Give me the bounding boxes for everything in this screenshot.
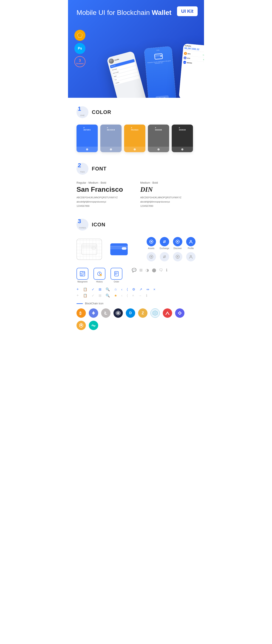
info-icon-gray: ℹ <box>146 294 147 298</box>
plus-icon: + <box>76 287 79 292</box>
history-label: History <box>96 280 103 283</box>
font-section-number: 2 TWO <box>76 163 88 175</box>
check-icon-gray: ✓ <box>92 294 94 298</box>
svg-rect-29 <box>114 272 118 276</box>
svg-point-34 <box>115 273 116 274</box>
export-icon: ↗ <box>140 287 142 292</box>
font-sf-upper: ABCDEFGHIJKLMNOPQRSTUVWXYZ <box>76 196 132 200</box>
star-icon: ☆ <box>114 287 117 292</box>
document-edit-icon-gray: 📋 <box>83 294 87 298</box>
info-icon: ℹ <box>166 268 168 272</box>
qr-icon-gray: ⊞ <box>98 294 101 298</box>
blockchain-label: BlockChain Icon <box>85 302 104 305</box>
utility-icons-row-1: 💬 ⊞ ◑ ⬤ 🗨 ℹ <box>132 268 168 272</box>
chainlink-icon <box>76 321 86 330</box>
plus-icon-gray: + <box>76 293 79 298</box>
x-icon-gray: × <box>132 294 134 298</box>
svg-point-28 <box>100 274 102 276</box>
chevron-left-icon-gray: ‹ <box>121 294 122 298</box>
color-card-gray: #666666 <box>148 124 169 152</box>
phone-3: myWallet $6,297,502.12 ₿ BTC 738-2003 Ξ … <box>179 43 204 98</box>
ps-badge: Ps <box>74 43 86 54</box>
circle-icon: ⬤ <box>152 268 156 272</box>
icon-management-row: Mangment History <box>76 268 196 283</box>
exchange-nav-icon-gray <box>160 252 169 262</box>
color-card-orange: #F5A623 <box>124 124 145 152</box>
exchange-label: Exchange <box>160 247 169 250</box>
profile-nav-icon-gray <box>186 252 196 262</box>
zcash-icon: Z <box>138 308 148 318</box>
management-icon: Mangment <box>76 268 88 283</box>
font-sf-name: San Francisco <box>76 186 132 194</box>
moon-icon: ◑ <box>146 268 149 272</box>
blockchain-line <box>76 303 83 304</box>
font-sf-nums: 1234567890 <box>76 204 132 208</box>
order-label: Order <box>114 280 119 283</box>
screens-badge: 3 Screens <box>74 56 86 67</box>
svg-text:₿: ₿ <box>80 311 82 316</box>
font-din-style: Medium · Bold <box>140 181 196 184</box>
wallet-colored-icon <box>106 239 132 260</box>
sketch-badge <box>74 30 86 41</box>
small-icons-row-1: + 📋 ✓ ⊞ 🔍 ☆ ‹ ⟨ ⚙ ↗ ⇔ × <box>76 287 196 292</box>
nav-icons-row-2 <box>146 252 196 262</box>
font-grid: Regular · Medium · Bold San Francisco AB… <box>76 181 196 208</box>
icon-section-number: 3 THREE <box>76 219 88 230</box>
chevron-left-icon: ‹ <box>121 288 122 292</box>
document-edit-icon: 📋 <box>83 287 87 292</box>
order-icon: Order <box>110 268 122 283</box>
font-section: 2 TWO FONT Regular · Medium · Bold San F… <box>76 163 196 208</box>
color-card-gray-blue: #8DA0C8 <box>100 124 122 152</box>
main-content: 1 ONE COLOR #3574FA #8DA0C8 #F5A623 #666… <box>68 98 204 349</box>
phone-1: Profile Mainnet Message Red Cattle Night… <box>106 51 148 98</box>
svg-marker-50 <box>80 324 82 326</box>
hero-section: Mobile UI for Blockchain Wallet UI Kit P… <box>68 0 204 98</box>
profile-nav-icon: Profile <box>186 237 196 250</box>
search-icon-gray: 🔍 <box>106 294 110 298</box>
svg-point-35 <box>115 274 116 275</box>
search-icon: 🔍 <box>106 287 110 292</box>
arrow-icon-gray: → <box>138 294 142 298</box>
font-section-header: 2 TWO FONT <box>76 163 196 175</box>
management-label: Mangment <box>77 280 87 283</box>
blackcoin-icon <box>114 308 123 318</box>
star-icon-yellow: ★ <box>114 294 117 298</box>
share-icon-gray: ⟨ <box>127 294 128 298</box>
small-icons-row-2: + 📋 ✓ ⊞ 🔍 ★ ‹ ⟨ × → ℹ <box>76 293 196 298</box>
color-card-blue: #3574FA <box>76 124 98 152</box>
check-icon: ✓ <box>92 287 94 292</box>
icon-section-header: 3 THREE ICON <box>76 219 196 230</box>
discover-nav-icon-gray <box>173 252 182 262</box>
message-icon: 🗨 <box>159 268 163 272</box>
svg-rect-22 <box>80 272 82 274</box>
nav-icons-group: Assets Exchange <box>146 237 196 262</box>
assets-nav-icon: Assets <box>146 237 156 250</box>
color-section: 1 ONE COLOR #3574FA #8DA0C8 #F5A623 #666… <box>76 106 196 152</box>
phone-2: 9:41 Character may be manifested in the … <box>144 46 176 98</box>
font-san-francisco: Regular · Medium · Bold San Francisco AB… <box>76 181 132 208</box>
resize-icon: ⇔ <box>146 287 149 292</box>
color-card-dark: #303030 <box>172 124 193 152</box>
layers-icon: ⊞ <box>140 268 142 272</box>
color-section-number: 1 ONE <box>76 106 88 118</box>
share-icon: ⟨ <box>127 287 128 292</box>
dash-icon: D <box>126 308 135 318</box>
profile-label: Profile <box>188 247 194 250</box>
svg-rect-12 <box>110 246 128 246</box>
svg-point-33 <box>115 272 116 273</box>
font-din-nums: 1234567890 <box>140 204 196 208</box>
font-din-lower: abcdefghijklmnopqrstuvwxyz <box>140 200 196 204</box>
assets-nav-icon-gray <box>146 252 156 262</box>
svg-point-19 <box>177 256 178 258</box>
teal-icon <box>89 321 98 330</box>
waves-icon <box>150 308 160 318</box>
settings-icon: ⚙ <box>132 287 135 292</box>
icon-main-row: Assets Exchange <box>76 237 196 262</box>
history-icon: History <box>94 268 106 283</box>
icon-section: 3 THREE ICON <box>76 219 196 330</box>
wallet-wireframe-icon <box>76 239 102 260</box>
svg-rect-11 <box>122 247 126 250</box>
svg-point-20 <box>190 256 192 257</box>
blockchain-divider: BlockChain Icon <box>76 302 196 305</box>
discover-nav-icon: Discover <box>173 237 182 250</box>
